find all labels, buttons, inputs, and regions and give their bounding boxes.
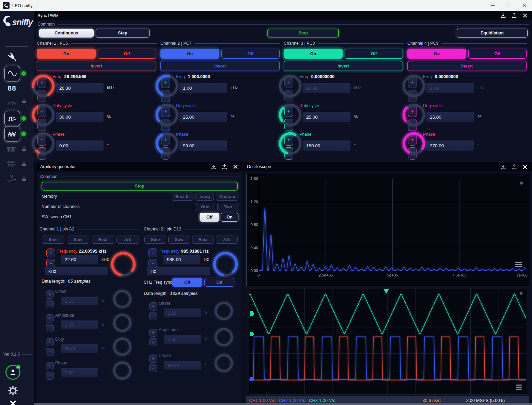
channel-invert-button[interactable]: Invert: [407, 61, 527, 71]
freq-input[interactable]: 1.00: [426, 83, 474, 93]
rect-button[interactable]: Rect: [92, 236, 114, 244]
duty-input[interactable]: 30.00: [56, 112, 104, 122]
channel-off-button[interactable]: Off: [345, 49, 403, 59]
sidebar-item-pattern-generator[interactable]: [4, 156, 19, 171]
amplitude-input[interactable]: 1.65: [164, 335, 201, 344]
memory-custom-button[interactable]: Custom: [216, 193, 238, 201]
download-icon[interactable]: [500, 13, 506, 19]
phase-input[interactable]: 90.00: [164, 361, 201, 370]
increment-button[interactable]: +: [149, 355, 157, 363]
amplitude-input[interactable]: 1.65: [61, 320, 98, 329]
sine-button[interactable]: Sine: [42, 236, 64, 244]
arb-button[interactable]: Arb: [116, 236, 139, 244]
offset-input[interactable]: 1.65: [164, 309, 201, 317]
freq-knob[interactable]: [32, 75, 54, 97]
sidebar-item-signal-generator[interactable]: [4, 126, 20, 142]
minimize-button[interactable]: [485, 0, 501, 11]
decrement-button[interactable]: −: [46, 300, 54, 308]
increment-button[interactable]: +: [149, 302, 157, 311]
duty-knob[interactable]: [279, 104, 301, 126]
freq-knob[interactable]: [156, 75, 178, 97]
pwm-stop-button[interactable]: Stop: [267, 29, 339, 38]
duty-knob[interactable]: [32, 104, 54, 126]
offset-knob[interactable]: [215, 302, 233, 320]
channel-off-button[interactable]: Off: [98, 49, 156, 59]
amplitude-knob[interactable]: [215, 328, 233, 346]
fft-plot[interactable]: [259, 179, 526, 271]
increment-button[interactable]: +: [149, 329, 157, 337]
freq-input[interactable]: 1.00: [179, 83, 227, 93]
sine-button[interactable]: Sine: [144, 236, 166, 244]
sweep-on-button[interactable]: On: [221, 213, 238, 222]
arb-stop-button[interactable]: Stop: [42, 182, 238, 191]
increment-button[interactable]: +: [46, 314, 54, 322]
duty-input[interactable]: 25.00: [426, 112, 474, 122]
increment-button[interactable]: +: [148, 249, 157, 257]
duty-input[interactable]: 50.00: [61, 344, 98, 353]
sidebar-item-oscilloscope[interactable]: [4, 66, 20, 81]
frequency-unit-select[interactable]: kHz: [45, 267, 108, 275]
channel-on-button[interactable]: On: [407, 49, 466, 59]
duty-knob[interactable]: [156, 104, 178, 126]
decrement-button[interactable]: −: [46, 324, 54, 332]
sidebar-item-connection[interactable]: [4, 49, 19, 64]
amplitude-knob[interactable]: [113, 314, 131, 332]
freq-sync-off-button[interactable]: Off: [172, 278, 202, 287]
frequency-input[interactable]: 22.60: [61, 255, 98, 264]
sync-pwm-titlebar[interactable]: Sync PWM: [34, 11, 532, 20]
close-panel-icon[interactable]: [522, 164, 528, 170]
sidebar-item-voltage-source[interactable]: [4, 171, 19, 186]
phase-knob[interactable]: [156, 132, 178, 155]
rect-button[interactable]: Rect: [192, 236, 214, 244]
phase-input[interactable]: 0.00: [56, 140, 104, 151]
channel-on-button[interactable]: On: [284, 49, 343, 59]
channel-invert-button[interactable]: Invert: [284, 61, 403, 71]
upload-icon[interactable]: [511, 164, 517, 170]
phase-input[interactable]: 180.00: [303, 140, 350, 151]
phase-knob[interactable]: [279, 132, 301, 155]
upload-icon[interactable]: [221, 164, 228, 170]
user-avatar[interactable]: [5, 365, 20, 380]
phase-knob[interactable]: [215, 354, 233, 372]
duty-input[interactable]: 25.00: [303, 112, 350, 122]
memory-best-fit-button[interactable]: Best fit: [172, 193, 193, 201]
sweep-off-button[interactable]: Off: [200, 213, 219, 222]
step-button[interactable]: Step: [96, 29, 150, 38]
frequency-knob[interactable]: [111, 252, 136, 276]
decrement-button[interactable]: −: [149, 338, 157, 346]
increment-button[interactable]: +: [46, 338, 54, 346]
increment-button[interactable]: +: [46, 249, 55, 257]
decrement-button[interactable]: −: [149, 312, 157, 320]
frequency-knob[interactable]: [213, 252, 238, 276]
scope-plot[interactable]: [249, 288, 526, 394]
fft-chart[interactable]: 1.601.200.800.400.00 02.5e+055e+057.5e+0…: [246, 174, 529, 286]
phase-knob[interactable]: [113, 361, 131, 380]
channel-invert-button[interactable]: Invert: [37, 61, 156, 71]
phase-input[interactable]: 270.00: [426, 140, 474, 151]
equidistant-button[interactable]: Equidistant: [457, 29, 528, 38]
download-icon[interactable]: [210, 164, 217, 170]
duty-knob[interactable]: [113, 338, 131, 356]
frequency-unit-select[interactable]: Hz: [147, 267, 210, 275]
increment-button[interactable]: +: [46, 362, 54, 370]
channel-off-button[interactable]: Off: [468, 49, 527, 59]
duty-input[interactable]: 25.00: [179, 112, 227, 122]
channels-two-button[interactable]: Two: [217, 203, 238, 211]
decrement-button[interactable]: −: [46, 372, 54, 380]
phase-input[interactable]: 90.00: [179, 140, 227, 151]
increment-button[interactable]: +: [46, 290, 54, 299]
offset-knob[interactable]: [113, 290, 131, 308]
phase-input[interactable]: 0.00: [61, 368, 98, 377]
frequency-input[interactable]: 985.00: [163, 255, 200, 264]
channel-on-button[interactable]: On: [37, 49, 96, 59]
phase-knob[interactable]: [32, 132, 54, 155]
channel-invert-button[interactable]: Invert: [160, 61, 280, 71]
maximize-button[interactable]: [501, 0, 516, 11]
decrement-button[interactable]: −: [46, 348, 54, 356]
upload-icon[interactable]: [511, 13, 517, 19]
sidebar-item-voltmeter[interactable]: [4, 96, 19, 111]
horizontal-scrollbar[interactable]: [34, 403, 532, 405]
decrement-button[interactable]: −: [149, 364, 157, 372]
freq-input[interactable]: 26.30: [303, 83, 350, 93]
sidebar-item-logic-analyzer[interactable]: [4, 111, 20, 126]
